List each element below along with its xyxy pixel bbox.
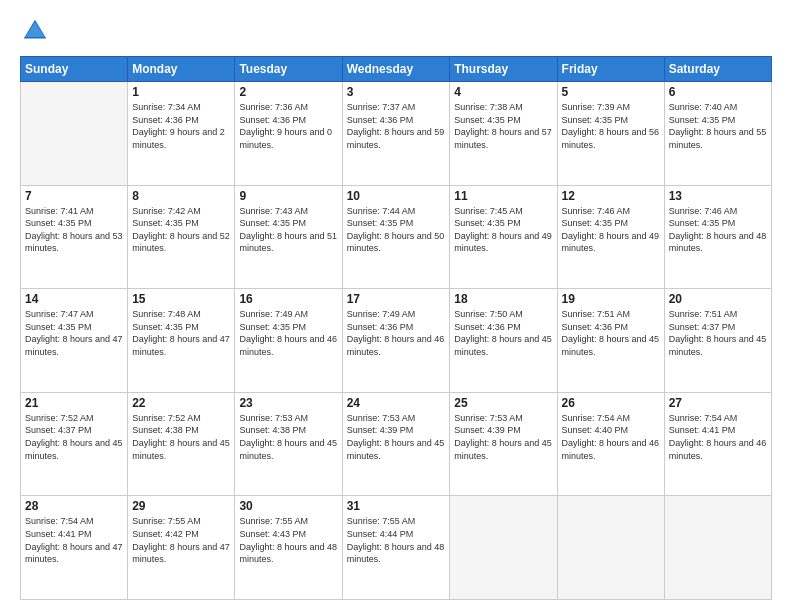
calendar-week-5: 28Sunrise: 7:54 AMSunset: 4:41 PMDayligh… [21, 496, 772, 600]
day-number: 28 [25, 499, 123, 513]
day-number: 26 [562, 396, 660, 410]
calendar-cell: 8Sunrise: 7:42 AMSunset: 4:35 PMDaylight… [128, 185, 235, 289]
calendar-cell: 23Sunrise: 7:53 AMSunset: 4:38 PMDayligh… [235, 392, 342, 496]
cell-info: Sunrise: 7:54 AMSunset: 4:41 PMDaylight:… [25, 516, 123, 564]
day-number: 23 [239, 396, 337, 410]
weekday-header-tuesday: Tuesday [235, 57, 342, 82]
day-number: 9 [239, 189, 337, 203]
calendar-cell: 31Sunrise: 7:55 AMSunset: 4:44 PMDayligh… [342, 496, 450, 600]
cell-info: Sunrise: 7:37 AMSunset: 4:36 PMDaylight:… [347, 102, 445, 150]
day-number: 17 [347, 292, 446, 306]
calendar-week-4: 21Sunrise: 7:52 AMSunset: 4:37 PMDayligh… [21, 392, 772, 496]
calendar-cell: 6Sunrise: 7:40 AMSunset: 4:35 PMDaylight… [664, 82, 771, 186]
calendar-cell: 9Sunrise: 7:43 AMSunset: 4:35 PMDaylight… [235, 185, 342, 289]
page: SundayMondayTuesdayWednesdayThursdayFrid… [0, 0, 792, 612]
calendar-table: SundayMondayTuesdayWednesdayThursdayFrid… [20, 56, 772, 600]
cell-info: Sunrise: 7:40 AMSunset: 4:35 PMDaylight:… [669, 102, 767, 150]
cell-info: Sunrise: 7:43 AMSunset: 4:35 PMDaylight:… [239, 206, 337, 254]
cell-info: Sunrise: 7:46 AMSunset: 4:35 PMDaylight:… [562, 206, 660, 254]
weekday-header-wednesday: Wednesday [342, 57, 450, 82]
calendar-cell: 2Sunrise: 7:36 AMSunset: 4:36 PMDaylight… [235, 82, 342, 186]
cell-info: Sunrise: 7:48 AMSunset: 4:35 PMDaylight:… [132, 309, 230, 357]
calendar-cell: 5Sunrise: 7:39 AMSunset: 4:35 PMDaylight… [557, 82, 664, 186]
calendar-cell: 29Sunrise: 7:55 AMSunset: 4:42 PMDayligh… [128, 496, 235, 600]
calendar-week-1: 1Sunrise: 7:34 AMSunset: 4:36 PMDaylight… [21, 82, 772, 186]
day-number: 4 [454, 85, 552, 99]
day-number: 12 [562, 189, 660, 203]
calendar-cell: 7Sunrise: 7:41 AMSunset: 4:35 PMDaylight… [21, 185, 128, 289]
cell-info: Sunrise: 7:51 AMSunset: 4:36 PMDaylight:… [562, 309, 660, 357]
day-number: 21 [25, 396, 123, 410]
calendar-cell: 10Sunrise: 7:44 AMSunset: 4:35 PMDayligh… [342, 185, 450, 289]
day-number: 15 [132, 292, 230, 306]
day-number: 19 [562, 292, 660, 306]
cell-info: Sunrise: 7:41 AMSunset: 4:35 PMDaylight:… [25, 206, 123, 254]
cell-info: Sunrise: 7:36 AMSunset: 4:36 PMDaylight:… [239, 102, 332, 150]
calendar-cell: 18Sunrise: 7:50 AMSunset: 4:36 PMDayligh… [450, 289, 557, 393]
calendar-cell [21, 82, 128, 186]
cell-info: Sunrise: 7:49 AMSunset: 4:36 PMDaylight:… [347, 309, 445, 357]
calendar-cell: 27Sunrise: 7:54 AMSunset: 4:41 PMDayligh… [664, 392, 771, 496]
cell-info: Sunrise: 7:53 AMSunset: 4:39 PMDaylight:… [347, 413, 445, 461]
calendar-cell: 11Sunrise: 7:45 AMSunset: 4:35 PMDayligh… [450, 185, 557, 289]
calendar-cell: 17Sunrise: 7:49 AMSunset: 4:36 PMDayligh… [342, 289, 450, 393]
weekday-header-sunday: Sunday [21, 57, 128, 82]
calendar-cell: 3Sunrise: 7:37 AMSunset: 4:36 PMDaylight… [342, 82, 450, 186]
calendar-cell: 20Sunrise: 7:51 AMSunset: 4:37 PMDayligh… [664, 289, 771, 393]
calendar-cell: 15Sunrise: 7:48 AMSunset: 4:35 PMDayligh… [128, 289, 235, 393]
cell-info: Sunrise: 7:34 AMSunset: 4:36 PMDaylight:… [132, 102, 225, 150]
calendar-cell [664, 496, 771, 600]
calendar-cell: 28Sunrise: 7:54 AMSunset: 4:41 PMDayligh… [21, 496, 128, 600]
header [20, 16, 772, 46]
day-number: 16 [239, 292, 337, 306]
cell-info: Sunrise: 7:42 AMSunset: 4:35 PMDaylight:… [132, 206, 230, 254]
calendar-cell: 26Sunrise: 7:54 AMSunset: 4:40 PMDayligh… [557, 392, 664, 496]
day-number: 24 [347, 396, 446, 410]
cell-info: Sunrise: 7:44 AMSunset: 4:35 PMDaylight:… [347, 206, 445, 254]
calendar-cell: 14Sunrise: 7:47 AMSunset: 4:35 PMDayligh… [21, 289, 128, 393]
calendar-cell [450, 496, 557, 600]
cell-info: Sunrise: 7:38 AMSunset: 4:35 PMDaylight:… [454, 102, 552, 150]
cell-info: Sunrise: 7:39 AMSunset: 4:35 PMDaylight:… [562, 102, 660, 150]
cell-info: Sunrise: 7:50 AMSunset: 4:36 PMDaylight:… [454, 309, 552, 357]
calendar-cell: 12Sunrise: 7:46 AMSunset: 4:35 PMDayligh… [557, 185, 664, 289]
day-number: 11 [454, 189, 552, 203]
cell-info: Sunrise: 7:55 AMSunset: 4:42 PMDaylight:… [132, 516, 230, 564]
calendar-cell [557, 496, 664, 600]
day-number: 3 [347, 85, 446, 99]
calendar-week-3: 14Sunrise: 7:47 AMSunset: 4:35 PMDayligh… [21, 289, 772, 393]
calendar-cell: 25Sunrise: 7:53 AMSunset: 4:39 PMDayligh… [450, 392, 557, 496]
cell-info: Sunrise: 7:52 AMSunset: 4:37 PMDaylight:… [25, 413, 123, 461]
weekday-header-thursday: Thursday [450, 57, 557, 82]
day-number: 25 [454, 396, 552, 410]
cell-info: Sunrise: 7:53 AMSunset: 4:39 PMDaylight:… [454, 413, 552, 461]
calendar-cell: 16Sunrise: 7:49 AMSunset: 4:35 PMDayligh… [235, 289, 342, 393]
day-number: 30 [239, 499, 337, 513]
calendar-cell: 19Sunrise: 7:51 AMSunset: 4:36 PMDayligh… [557, 289, 664, 393]
cell-info: Sunrise: 7:52 AMSunset: 4:38 PMDaylight:… [132, 413, 230, 461]
cell-info: Sunrise: 7:51 AMSunset: 4:37 PMDaylight:… [669, 309, 767, 357]
day-number: 31 [347, 499, 446, 513]
weekday-header-row: SundayMondayTuesdayWednesdayThursdayFrid… [21, 57, 772, 82]
weekday-header-saturday: Saturday [664, 57, 771, 82]
cell-info: Sunrise: 7:55 AMSunset: 4:44 PMDaylight:… [347, 516, 445, 564]
day-number: 27 [669, 396, 767, 410]
day-number: 29 [132, 499, 230, 513]
weekday-header-friday: Friday [557, 57, 664, 82]
day-number: 6 [669, 85, 767, 99]
calendar-cell: 13Sunrise: 7:46 AMSunset: 4:35 PMDayligh… [664, 185, 771, 289]
day-number: 8 [132, 189, 230, 203]
calendar-cell: 21Sunrise: 7:52 AMSunset: 4:37 PMDayligh… [21, 392, 128, 496]
cell-info: Sunrise: 7:54 AMSunset: 4:40 PMDaylight:… [562, 413, 660, 461]
day-number: 14 [25, 292, 123, 306]
day-number: 1 [132, 85, 230, 99]
cell-info: Sunrise: 7:55 AMSunset: 4:43 PMDaylight:… [239, 516, 337, 564]
weekday-header-monday: Monday [128, 57, 235, 82]
calendar-cell: 30Sunrise: 7:55 AMSunset: 4:43 PMDayligh… [235, 496, 342, 600]
calendar-cell: 24Sunrise: 7:53 AMSunset: 4:39 PMDayligh… [342, 392, 450, 496]
day-number: 10 [347, 189, 446, 203]
day-number: 13 [669, 189, 767, 203]
day-number: 20 [669, 292, 767, 306]
calendar-cell: 4Sunrise: 7:38 AMSunset: 4:35 PMDaylight… [450, 82, 557, 186]
day-number: 7 [25, 189, 123, 203]
